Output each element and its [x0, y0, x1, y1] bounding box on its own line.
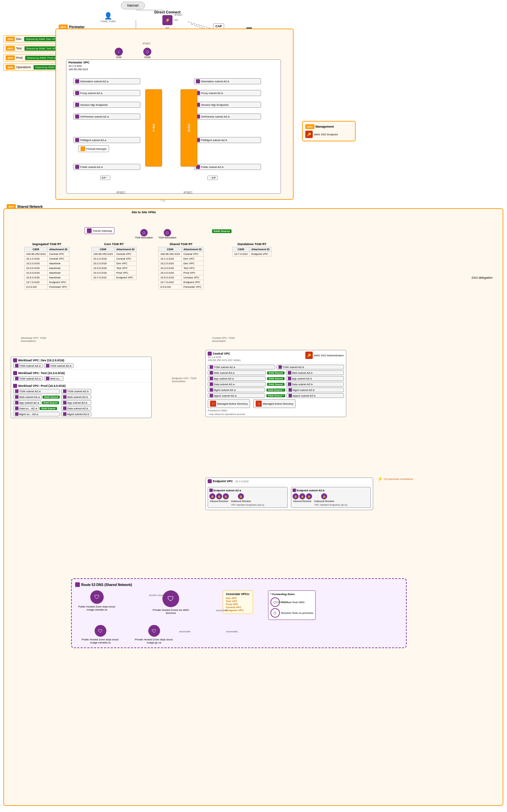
fwmgmt-az-b: FWMgmt subnet AZ-b	[194, 137, 261, 143]
endpoint-vpc-content: Endpoint subnet AZ-a 🔒 🔒 🔒 Inbound Resol…	[206, 485, 373, 510]
table-row: 10.3.0.0/16Test VPC	[92, 266, 137, 271]
proxy-az-a: Proxy subnet AZ-a	[73, 90, 140, 96]
test-tgw-az-a: TGW subnet AZ-a	[13, 376, 43, 381]
aws-badge-prod: aws	[6, 55, 15, 60]
central-data-ram: RAM Shared	[267, 383, 285, 386]
prod-data-ram: RAM Shared	[40, 407, 57, 410]
public-hz-bottom-icon: 🛡	[95, 625, 106, 637]
aws-badge-operations: aws	[6, 65, 15, 70]
shared-table: CIDR Attachment ID 100.96.252.0/23Centra…	[158, 247, 204, 289]
mad-right: ⬡ Managed Active Directory	[253, 399, 296, 408]
fw-a-bar: FW-A	[145, 89, 162, 167]
subnet-icon-pub-a	[75, 165, 79, 169]
mad-icon-right: ⬡	[256, 401, 262, 407]
central-apps2-row: Apps2 subnet AZ-a RAM Shared * Apps2 sub…	[208, 393, 344, 398]
workload-test-icon	[13, 371, 17, 375]
perimeter-header: aws Perimeter	[59, 25, 85, 29]
public-hosted-zone: 🛡 Public Hosted Zone dept.cloud-nuage.ca…	[75, 590, 119, 620]
prod-web-ram: RAM Shared	[43, 396, 60, 399]
vgw-icon: ⬡	[143, 48, 151, 56]
route53-bottom: 🛡 Public Hosted Zone dept.cloud-nuage.ca…	[75, 625, 403, 644]
test-tgw-icon	[15, 377, 18, 380]
resolver-onprem-icon: ⬡	[270, 608, 280, 618]
central-vpc-cidr2: 100.96.252.0/23 (GC Wide)	[208, 359, 241, 362]
resolver-icon-1b: 🔒	[293, 493, 299, 499]
prod-app-ram: RAM Shared	[42, 401, 59, 404]
central-note: * only shared to Operations account	[208, 413, 344, 415]
workload-test-header: Workload VPC: Test (10.3.0.0/16) TGW sub…	[11, 370, 151, 382]
endpoint-vpc-container: Endpoint VPC 10.7.0.0/22 Endpoint subnet…	[205, 478, 373, 510]
table-row: 100.96.252.0/23Central VPC	[92, 252, 137, 257]
dev-tgw-az-a: TGW subnet AZ-a	[13, 363, 43, 368]
table-row: 10.1.0.0/16Central VPC	[24, 257, 69, 261]
fw-manager-icon	[81, 146, 85, 151]
cap-box: CAP	[213, 24, 224, 29]
perimeter-section: aws Perimeter ↕ IGW ⬡ VGW IPSEC Perimete…	[55, 29, 294, 200]
outbound-resolver-a-label: Outbound Resolver	[231, 500, 251, 502]
table-row: 10.3.0.0/16blackhole	[24, 266, 69, 271]
central-data-row: Data subnet AZ-a RAM Shared Data subnet …	[208, 382, 344, 387]
tgw-icon	[87, 228, 92, 233]
route53-icon	[75, 582, 80, 587]
central-vpc-cidr1: 10.1.0.0/16	[208, 356, 241, 359]
ipsec-top: IPSEC	[143, 42, 151, 45]
central-tgw-az-a: TGW subnet AZ-a	[208, 365, 275, 369]
segregated-table: CIDR Attachment ID 100.96.252.0/23Centra…	[24, 247, 69, 289]
core-rt: Core TGW RT CIDR Attachment ID 100.96.25…	[91, 242, 137, 280]
central-data-az-b: Data subnet AZ-b	[286, 382, 344, 387]
associate-bottom-2: associate...	[226, 630, 240, 633]
site-to-site-label: Site to Site VPNs	[132, 211, 156, 214]
table-row: 0.0.0.0/0Perimeter VPC	[159, 285, 204, 289]
table-row: 0.0.0.0/0Perimeter VPC	[24, 285, 69, 289]
perimeter-vpc-label: Perimeter VPC 10.7.4.0/22 100.96.250.0/2…	[66, 60, 281, 72]
prod-data-az-a-row: Data su... AZ-a RAM Shared	[13, 406, 60, 411]
forwarding-rules-box: * Forwarding Rules ⬡ Resolver Rule MAD ⬡…	[268, 590, 316, 620]
public-hz-icon: 🛡	[90, 590, 104, 604]
prod-tgw-az-b: TGW subnet AZ-b	[61, 389, 91, 394]
public-hz-bottom: 🛡 Public Hosted Zone dept.cloud-nuage.ca…	[75, 625, 125, 644]
central-app-az-a: App subnet AZ-a	[208, 376, 266, 381]
proxy-az-b: Proxy subnet AZ-b	[194, 90, 261, 96]
table-row: 10.7.0.0/22Endpoint VPC	[159, 280, 204, 285]
central-web-az-b: Web subnet AZ-b	[286, 370, 344, 375]
workload-dev-label: Workload VPC: Dev (10.2.0.0/16)	[13, 358, 149, 362]
detonation-az-a: Detonation subnet AZ-a	[73, 78, 140, 84]
central-tgw-row: TGW subnet AZ-a TGW subnet AZ-b	[208, 365, 344, 369]
public-traffic-label: Public Traffic	[101, 20, 116, 23]
direct-connect-icon: ⚡	[162, 15, 172, 25]
outbound-icon-a: 🔒	[238, 493, 244, 499]
prod-mgmt-az-b: Mgmt subnet AZ-b	[61, 412, 91, 416]
central-vpc-header: Central VPC 10.1.0.0/16 100.96.252.0/23 …	[206, 350, 346, 363]
mad-icon-left: ⬡	[210, 401, 216, 407]
internet-label: Internet	[121, 2, 145, 9]
endpoint-vpc-title: Endpoint VPC 10.7.0.0/22	[208, 479, 371, 483]
table-row: 10.4.0.0/16Prod VPC	[92, 271, 137, 275]
direct-connect-section: Direct Connect ⚡ DX IPSEC DX	[154, 10, 181, 29]
fw-b-bar: FW-B	[181, 89, 197, 167]
prod-app-az-a-row: App subnet AZ-a RAM Shared	[13, 400, 60, 405]
fwmgmt-az-a: FWMgmt subnet AZ-a	[73, 137, 140, 143]
igw: ↕ IGW	[115, 48, 123, 59]
subnet-icon-fwmgmt-a	[75, 138, 79, 142]
table-row: 10.5.0.0/16blackhole	[24, 275, 69, 280]
central-apps2-az-b: Apps2 subnet AZ-b	[287, 393, 344, 398]
private-hz-gc-label: Private Hosted Zone dept.cloud-nuage.gc.…	[132, 638, 176, 644]
vpc-endpoints-a-label: VPC Interface Endpoints (AZ-a)	[209, 504, 286, 506]
transit-gateway: Transit Gateway	[85, 227, 114, 234]
endpoint-az-b-resolvers: 🔒 🔒 🔒 Inbound Resolver 🔒 Outbound Resolv…	[293, 493, 369, 502]
endpoint-az-b: Endpoint subnet AZ-b 🔒 🔒 🔒 Inbound Resol…	[291, 487, 371, 508]
alias-records-label: ALIAS records	[149, 594, 166, 597]
endpoint-az-a: Endpoint subnet AZ-a 🔒 🔒 🔒 Inbound Resol…	[208, 487, 288, 508]
central-apps2-az-a: Apps2 subnet AZ-a	[208, 393, 265, 398]
subnet-icon-proxy-a	[75, 91, 79, 95]
test-web-az-a: Web su...	[44, 376, 63, 381]
workload-tgw-label: Workload VPC: TGW Associations	[21, 336, 46, 343]
public-az-a: Public subnet AZ-a	[73, 164, 140, 170]
vgw-label: VGW	[143, 56, 151, 59]
central-vpc-title: Central VPC	[208, 352, 241, 356]
shared-network-header: aws Shared Network	[7, 204, 43, 209]
endpoint-az-b-label: Endpoint subnet AZ-b	[293, 489, 369, 492]
endpoint-vpc-icon	[208, 479, 212, 483]
mad-left: ⬡ Managed Active Directory	[208, 399, 250, 408]
inbound-resolver-a: 🔒 🔒 🔒 Inbound Resolver	[209, 493, 229, 502]
